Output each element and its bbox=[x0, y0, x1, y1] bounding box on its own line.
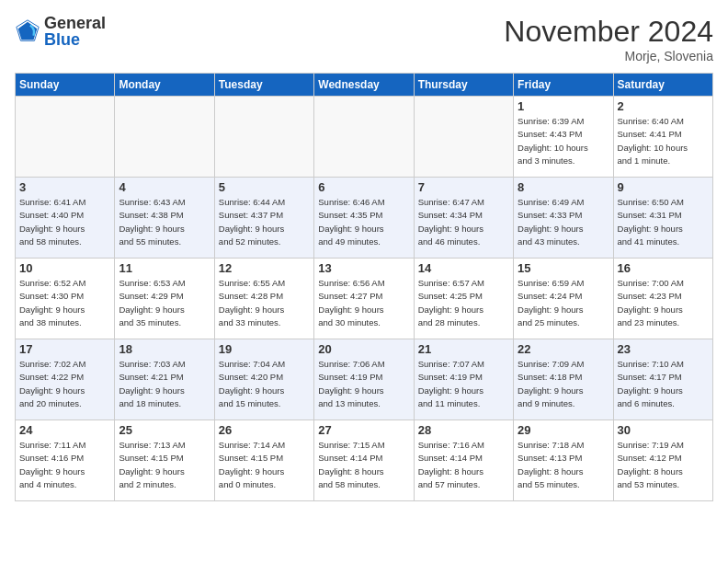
day-info: Sunrise: 7:14 AMSunset: 4:15 PMDaylight:… bbox=[219, 439, 310, 491]
day-info: Sunrise: 6:44 AMSunset: 4:37 PMDaylight:… bbox=[219, 196, 310, 248]
day-info: Sunrise: 7:02 AMSunset: 4:22 PMDaylight:… bbox=[19, 358, 110, 410]
day-info: Sunrise: 7:15 AMSunset: 4:14 PMDaylight:… bbox=[318, 439, 409, 491]
day-number: 6 bbox=[318, 180, 409, 194]
calendar-cell: 16Sunrise: 7:00 AMSunset: 4:23 PMDayligh… bbox=[613, 259, 712, 339]
calendar-cell: 17Sunrise: 7:02 AMSunset: 4:22 PMDayligh… bbox=[16, 339, 115, 420]
calendar-cell: 10Sunrise: 6:52 AMSunset: 4:30 PMDayligh… bbox=[16, 259, 115, 339]
calendar-cell bbox=[214, 97, 313, 178]
page: General Blue November 2024 Morje, Sloven… bbox=[0, 0, 728, 509]
logo-general: General bbox=[44, 15, 106, 31]
day-info: Sunrise: 6:50 AMSunset: 4:31 PMDaylight:… bbox=[618, 196, 709, 248]
calendar-cell: 20Sunrise: 7:06 AMSunset: 4:19 PMDayligh… bbox=[314, 339, 414, 420]
calendar-header-sunday: Sunday bbox=[16, 74, 115, 97]
calendar-cell bbox=[414, 97, 513, 178]
calendar-cell bbox=[115, 97, 214, 178]
week-row-4: 17Sunrise: 7:02 AMSunset: 4:22 PMDayligh… bbox=[16, 339, 713, 420]
calendar-cell: 8Sunrise: 6:49 AMSunset: 4:33 PMDaylight… bbox=[514, 178, 613, 259]
calendar-cell: 7Sunrise: 6:47 AMSunset: 4:34 PMDaylight… bbox=[414, 178, 513, 259]
month-title: November 2024 bbox=[504, 15, 713, 49]
day-info: Sunrise: 7:07 AMSunset: 4:19 PMDaylight:… bbox=[418, 358, 509, 410]
day-number: 3 bbox=[19, 180, 110, 194]
calendar-cell bbox=[16, 97, 115, 178]
day-number: 14 bbox=[418, 261, 509, 275]
calendar-cell: 19Sunrise: 7:04 AMSunset: 4:20 PMDayligh… bbox=[214, 339, 313, 420]
day-number: 23 bbox=[618, 342, 709, 356]
calendar-cell: 2Sunrise: 6:40 AMSunset: 4:41 PMDaylight… bbox=[613, 97, 712, 178]
calendar-cell: 29Sunrise: 7:18 AMSunset: 4:13 PMDayligh… bbox=[514, 420, 613, 501]
calendar-header-tuesday: Tuesday bbox=[214, 74, 313, 97]
day-number: 27 bbox=[318, 423, 409, 437]
calendar-cell: 27Sunrise: 7:15 AMSunset: 4:14 PMDayligh… bbox=[314, 420, 414, 501]
day-number: 12 bbox=[219, 261, 310, 275]
day-number: 16 bbox=[618, 261, 709, 275]
day-number: 28 bbox=[418, 423, 509, 437]
day-number: 9 bbox=[618, 180, 709, 194]
calendar-header-monday: Monday bbox=[115, 74, 214, 97]
day-info: Sunrise: 6:59 AMSunset: 4:24 PMDaylight:… bbox=[518, 277, 609, 329]
day-number: 11 bbox=[119, 261, 210, 275]
day-info: Sunrise: 6:40 AMSunset: 4:41 PMDaylight:… bbox=[618, 115, 709, 167]
day-info: Sunrise: 6:41 AMSunset: 4:40 PMDaylight:… bbox=[19, 196, 110, 248]
day-info: Sunrise: 6:56 AMSunset: 4:27 PMDaylight:… bbox=[318, 277, 409, 329]
day-info: Sunrise: 7:00 AMSunset: 4:23 PMDaylight:… bbox=[618, 277, 709, 329]
day-number: 25 bbox=[119, 423, 210, 437]
calendar-cell: 4Sunrise: 6:43 AMSunset: 4:38 PMDaylight… bbox=[115, 178, 214, 259]
day-number: 10 bbox=[19, 261, 110, 275]
day-info: Sunrise: 7:03 AMSunset: 4:21 PMDaylight:… bbox=[119, 358, 210, 410]
day-number: 22 bbox=[518, 342, 609, 356]
day-number: 7 bbox=[418, 180, 509, 194]
calendar-cell: 24Sunrise: 7:11 AMSunset: 4:16 PMDayligh… bbox=[16, 420, 115, 501]
day-number: 20 bbox=[318, 342, 409, 356]
calendar-cell: 25Sunrise: 7:13 AMSunset: 4:15 PMDayligh… bbox=[115, 420, 214, 501]
calendar-cell: 9Sunrise: 6:50 AMSunset: 4:31 PMDaylight… bbox=[613, 178, 712, 259]
day-number: 17 bbox=[19, 342, 110, 356]
calendar-header-saturday: Saturday bbox=[613, 74, 712, 97]
calendar-header-thursday: Thursday bbox=[414, 74, 513, 97]
day-info: Sunrise: 6:49 AMSunset: 4:33 PMDaylight:… bbox=[518, 196, 609, 248]
calendar-header-friday: Friday bbox=[514, 74, 613, 97]
day-number: 21 bbox=[418, 342, 509, 356]
title-block: November 2024 Morje, Slovenia bbox=[504, 15, 713, 63]
day-number: 29 bbox=[518, 423, 609, 437]
day-number: 8 bbox=[518, 180, 609, 194]
day-number: 2 bbox=[618, 99, 709, 113]
day-number: 18 bbox=[119, 342, 210, 356]
calendar-cell: 11Sunrise: 6:53 AMSunset: 4:29 PMDayligh… bbox=[115, 259, 214, 339]
day-info: Sunrise: 6:43 AMSunset: 4:38 PMDaylight:… bbox=[119, 196, 210, 248]
calendar-header-wednesday: Wednesday bbox=[314, 74, 414, 97]
day-info: Sunrise: 6:46 AMSunset: 4:35 PMDaylight:… bbox=[318, 196, 409, 248]
day-info: Sunrise: 7:10 AMSunset: 4:17 PMDaylight:… bbox=[618, 358, 709, 410]
header: General Blue November 2024 Morje, Sloven… bbox=[15, 15, 713, 63]
day-info: Sunrise: 7:06 AMSunset: 4:19 PMDaylight:… bbox=[318, 358, 409, 410]
day-number: 24 bbox=[19, 423, 110, 437]
day-info: Sunrise: 6:47 AMSunset: 4:34 PMDaylight:… bbox=[418, 196, 509, 248]
calendar-cell: 12Sunrise: 6:55 AMSunset: 4:28 PMDayligh… bbox=[214, 259, 313, 339]
day-info: Sunrise: 6:52 AMSunset: 4:30 PMDaylight:… bbox=[19, 277, 110, 329]
week-row-1: 1Sunrise: 6:39 AMSunset: 4:43 PMDaylight… bbox=[16, 97, 713, 178]
calendar-cell: 22Sunrise: 7:09 AMSunset: 4:18 PMDayligh… bbox=[514, 339, 613, 420]
calendar-cell: 5Sunrise: 6:44 AMSunset: 4:37 PMDaylight… bbox=[214, 178, 313, 259]
logo-blue: Blue bbox=[44, 31, 106, 48]
calendar-cell: 21Sunrise: 7:07 AMSunset: 4:19 PMDayligh… bbox=[414, 339, 513, 420]
day-info: Sunrise: 7:11 AMSunset: 4:16 PMDaylight:… bbox=[19, 439, 110, 491]
calendar-cell: 23Sunrise: 7:10 AMSunset: 4:17 PMDayligh… bbox=[613, 339, 712, 420]
day-info: Sunrise: 6:53 AMSunset: 4:29 PMDaylight:… bbox=[119, 277, 210, 329]
calendar-header-row: SundayMondayTuesdayWednesdayThursdayFrid… bbox=[16, 74, 713, 97]
day-info: Sunrise: 6:57 AMSunset: 4:25 PMDaylight:… bbox=[418, 277, 509, 329]
calendar-cell: 18Sunrise: 7:03 AMSunset: 4:21 PMDayligh… bbox=[115, 339, 214, 420]
calendar-cell: 28Sunrise: 7:16 AMSunset: 4:14 PMDayligh… bbox=[414, 420, 513, 501]
day-info: Sunrise: 6:55 AMSunset: 4:28 PMDaylight:… bbox=[219, 277, 310, 329]
day-info: Sunrise: 7:18 AMSunset: 4:13 PMDaylight:… bbox=[518, 439, 609, 491]
calendar-cell: 15Sunrise: 6:59 AMSunset: 4:24 PMDayligh… bbox=[514, 259, 613, 339]
day-info: Sunrise: 7:13 AMSunset: 4:15 PMDaylight:… bbox=[119, 439, 210, 491]
calendar-cell: 13Sunrise: 6:56 AMSunset: 4:27 PMDayligh… bbox=[314, 259, 414, 339]
calendar-cell: 6Sunrise: 6:46 AMSunset: 4:35 PMDaylight… bbox=[314, 178, 414, 259]
calendar: SundayMondayTuesdayWednesdayThursdayFrid… bbox=[15, 73, 713, 501]
calendar-cell: 14Sunrise: 6:57 AMSunset: 4:25 PMDayligh… bbox=[414, 259, 513, 339]
day-info: Sunrise: 7:19 AMSunset: 4:12 PMDaylight:… bbox=[618, 439, 709, 491]
week-row-5: 24Sunrise: 7:11 AMSunset: 4:16 PMDayligh… bbox=[16, 420, 713, 501]
calendar-cell: 1Sunrise: 6:39 AMSunset: 4:43 PMDaylight… bbox=[514, 97, 613, 178]
day-number: 30 bbox=[618, 423, 709, 437]
calendar-cell bbox=[314, 97, 414, 178]
week-row-2: 3Sunrise: 6:41 AMSunset: 4:40 PMDaylight… bbox=[16, 178, 713, 259]
